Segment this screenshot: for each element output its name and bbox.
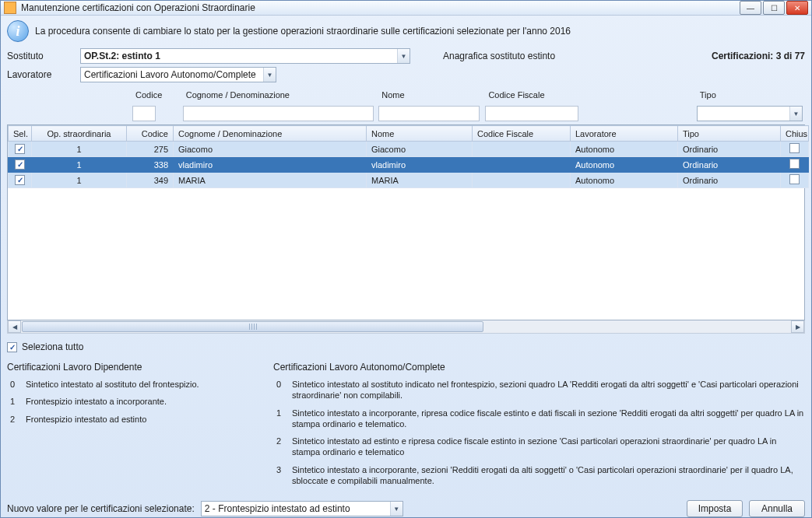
cell-cognome: Giacomo (174, 142, 367, 157)
legend-aut-title: Certificazioni Lavoro Autonomo/Complete (273, 362, 805, 373)
legend-item: 0Sintetico intestato al sostituto del fr… (7, 379, 248, 390)
cell-codice: 349 (127, 173, 174, 188)
content-area: i La procedura consente di cambiare lo s… (1, 16, 811, 518)
chevron-down-icon: ▼ (789, 107, 802, 121)
row-chius-checkbox[interactable] (789, 174, 800, 184)
col-nome[interactable]: Nome (367, 126, 473, 142)
cell-lavoratore: Autonomo (571, 157, 678, 173)
cell-tipo: Ordinario (678, 157, 781, 173)
select-all-label: Seleziona tutto (22, 341, 83, 352)
scroll-left-button[interactable]: ◀ (8, 320, 21, 333)
certificazioni-count: Certificazioni: 3 di 77 (712, 51, 805, 61)
info-icon: i (7, 20, 29, 42)
titlebar[interactable]: Manutenzione certificazioni con Operazio… (1, 1, 811, 16)
window-title: Manutenzione certificazioni con Operazio… (21, 2, 740, 13)
filter-cf-label: Codice Fiscale (485, 90, 585, 100)
lavoratore-combo[interactable]: Certificazioni Lavoro Autonomo/Complete … (80, 67, 276, 82)
col-tipo[interactable]: Tipo (678, 126, 781, 142)
certifications-grid[interactable]: Sel. Op. straordinaria Codice Cognome / … (8, 125, 809, 188)
legend-dipendente: Certificazioni Lavoro Dipendente 0Sintet… (7, 362, 248, 492)
cell-cf (473, 142, 571, 157)
select-all-row: ✓ Seleziona tutto (7, 341, 805, 352)
lavoratore-row: Lavoratore Certificazioni Lavoro Autonom… (7, 67, 805, 82)
close-button[interactable]: ✕ (786, 1, 808, 15)
table-row[interactable]: ✓1349MARIAMARIAAutonomoOrdinario (9, 173, 809, 188)
scroll-right-button[interactable]: ▶ (791, 320, 804, 333)
lavoratore-value: Certificazioni Lavoro Autonomo/Complete (84, 69, 256, 80)
cell-cf (473, 173, 571, 188)
cell-cf (473, 157, 571, 173)
minimize-button[interactable]: — (740, 1, 761, 15)
filter-codice-label: Codice (132, 90, 183, 100)
filter-cognome-label: Cognome / Denominazione (183, 90, 379, 100)
cell-lavoratore: Autonomo (571, 142, 678, 157)
sostituto-value: OP.St.2: estinto 1 (84, 51, 160, 61)
cell-op: 1 (32, 173, 127, 188)
chevron-down-icon: ▼ (390, 502, 402, 516)
cell-tipo: Ordinario (678, 142, 781, 157)
grid-container: Sel. Op. straordinaria Codice Cognome / … (7, 124, 805, 320)
cell-nome: vladimiro (367, 157, 473, 173)
grid-header-row: Sel. Op. straordinaria Codice Cognome / … (9, 126, 809, 142)
col-op[interactable]: Op. straordinaria (32, 126, 127, 142)
legend-item: 1Sintetico intestato a incorporante, rip… (273, 408, 805, 430)
table-row[interactable]: ✓1275GiacomoGiacomoAutonomoOrdinario (9, 142, 809, 157)
legend-item: 2Sintetico intestato ad estinto e ripres… (273, 436, 805, 458)
annulla-button[interactable]: Annulla (749, 500, 805, 517)
cell-tipo: Ordinario (678, 173, 781, 188)
table-row[interactable]: ✓1338vladimirovladimiroAutonomoOrdinario (9, 157, 809, 173)
sostituto-combo[interactable]: OP.St.2: estinto 1 ▼ (80, 48, 410, 64)
cell-op: 1 (32, 157, 127, 173)
maximize-button[interactable]: ☐ (763, 1, 785, 15)
row-checkbox[interactable]: ✓ (15, 144, 25, 154)
lavoratore-label: Lavoratore (7, 69, 74, 80)
row-chius-checkbox[interactable] (789, 143, 800, 153)
row-chius-checkbox[interactable] (789, 159, 800, 169)
filter-cf-input[interactable] (485, 106, 578, 121)
legend-item: 3Sintetico intestato a incorporante, sez… (273, 464, 805, 487)
app-icon (4, 2, 16, 14)
sostituto-row: Sostituto OP.St.2: estinto 1 ▼ Anagrafic… (7, 48, 805, 64)
cell-op: 1 (32, 142, 127, 157)
col-codice[interactable]: Codice (127, 126, 174, 142)
cell-nome: MARIA (367, 173, 473, 188)
grid-empty-area (8, 188, 804, 320)
horizontal-scrollbar[interactable]: ◀ ▶ (7, 320, 805, 334)
filter-cognome-input[interactable] (183, 106, 374, 121)
cell-cognome: vladimiro (174, 157, 367, 173)
imposta-button[interactable]: Imposta (687, 500, 743, 517)
legend-dip-title: Certificazioni Lavoro Dipendente (7, 362, 248, 373)
footer: Nuovo valore per le certificazioni selez… (7, 492, 805, 517)
col-cognome[interactable]: Cognome / Denominazione (174, 126, 367, 142)
app-window: Manutenzione certificazioni con Operazio… (0, 0, 812, 518)
cell-lavoratore: Autonomo (571, 173, 678, 188)
legend-item: 1Frontespizio intestato a incorporante. (7, 396, 248, 407)
info-banner: i La procedura consente di cambiare lo s… (7, 20, 805, 42)
legend-area: Certificazioni Lavoro Dipendente 0Sintet… (7, 362, 805, 492)
cell-codice: 338 (127, 157, 174, 173)
info-text: La procedura consente di cambiare lo sta… (35, 26, 571, 37)
filter-tipo-combo[interactable]: ▼ (697, 106, 803, 121)
filter-codice-input[interactable] (132, 106, 156, 121)
select-all-checkbox[interactable]: ✓ (7, 342, 17, 352)
window-controls: — ☐ ✕ (740, 1, 808, 15)
row-checkbox[interactable]: ✓ (15, 159, 25, 170)
cell-nome: Giacomo (367, 142, 473, 157)
col-cf[interactable]: Codice Fiscale (473, 126, 571, 142)
nuovo-valore-combo[interactable]: 2 - Frontespizio intestato ad estinto ▼ (201, 501, 403, 516)
nuovo-valore-value: 2 - Frontespizio intestato ad estinto (205, 503, 350, 514)
legend-item: 0Sintetico intestato al sostituto indica… (273, 379, 805, 401)
legend-autonomo: Certificazioni Lavoro Autonomo/Complete … (273, 362, 805, 492)
filter-nome-label: Nome (378, 90, 485, 100)
chevron-down-icon: ▼ (397, 49, 410, 63)
cell-codice: 275 (127, 142, 174, 157)
sostituto-label: Sostituto (7, 51, 74, 61)
col-chius[interactable]: Chius (781, 126, 809, 142)
scroll-thumb[interactable] (22, 321, 483, 332)
col-lavoratore[interactable]: Lavoratore (571, 126, 678, 142)
col-sel[interactable]: Sel. (9, 126, 32, 142)
chevron-down-icon: ▼ (263, 68, 276, 82)
filter-labels: Codice Cognome / Denominazione Nome Codi… (7, 90, 805, 100)
filter-nome-input[interactable] (378, 106, 480, 121)
row-checkbox[interactable]: ✓ (15, 175, 25, 185)
